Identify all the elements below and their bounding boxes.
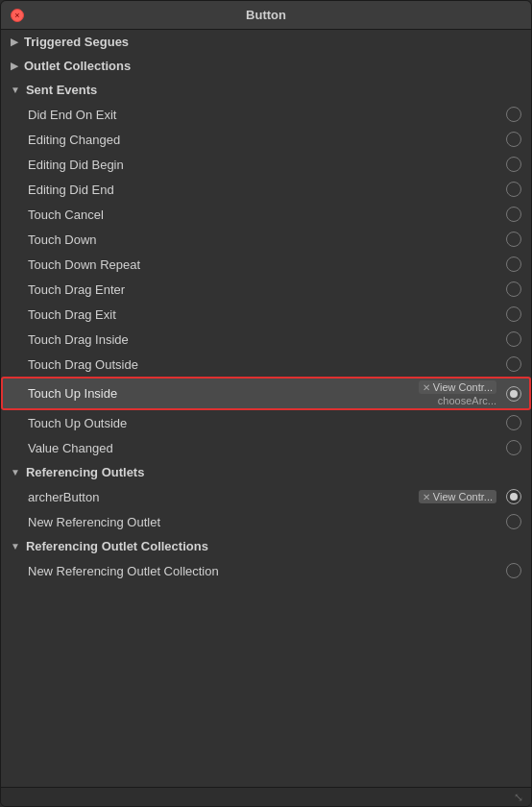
- resize-icon: ⤡: [514, 791, 523, 804]
- radio-new-referencing-outlet-collection[interactable]: [506, 563, 521, 578]
- radio-touch-cancel[interactable]: [506, 207, 521, 222]
- outlet-row-new-referencing-outlet[interactable]: New Referencing Outlet: [1, 509, 531, 534]
- section-header-referencing-outlets[interactable]: Referencing Outlets: [1, 460, 531, 484]
- section-header-triggered-segues[interactable]: Triggered Segues: [1, 30, 531, 54]
- disconnect-icon[interactable]: ✕: [423, 382, 430, 393]
- event-row-touch-drag-inside[interactable]: Touch Drag Inside: [1, 327, 531, 352]
- event-label-touch-cancel: Touch Cancel: [28, 208, 502, 222]
- title-bar: × Button: [1, 1, 531, 30]
- event-row-touch-drag-exit[interactable]: Touch Drag Exit: [1, 302, 531, 327]
- section-label-sent-events: Sent Events: [26, 83, 97, 97]
- radio-touch-drag-exit[interactable]: [506, 306, 521, 322]
- event-row-touch-drag-enter[interactable]: Touch Drag Enter: [1, 277, 531, 302]
- event-row-touch-down[interactable]: Touch Down: [1, 227, 531, 252]
- event-row-touch-up-inside[interactable]: Touch Up Inside ✕ View Contr... chooseAr…: [1, 377, 531, 410]
- event-label-did-end-on-exit: Did End On Exit: [28, 108, 502, 122]
- arrow-referencing-outlets: [11, 467, 20, 477]
- event-row-did-end-on-exit[interactable]: Did End On Exit: [1, 102, 531, 127]
- event-label-touch-drag-enter: Touch Drag Enter: [28, 282, 502, 297]
- radio-touch-up-inside[interactable]: [506, 386, 521, 402]
- event-row-touch-up-outside[interactable]: Touch Up Outside: [1, 410, 531, 435]
- connection-badge-touch-up-inside: ✕ View Contr...: [419, 380, 496, 394]
- outlet-row-new-referencing-outlet-collection[interactable]: New Referencing Outlet Collection: [1, 558, 531, 583]
- window-title: Button: [246, 8, 286, 22]
- event-label-editing-changed: Editing Changed: [28, 133, 502, 147]
- event-label-editing-did-end: Editing Did End: [28, 183, 502, 197]
- outlet-label-new-referencing-outlet-collection: New Referencing Outlet Collection: [28, 564, 502, 578]
- section-label-referencing-outlets: Referencing Outlets: [26, 465, 145, 479]
- connection-touch-up-inside: ✕ View Contr... chooseArc...: [419, 380, 496, 406]
- inspector-content: Triggered Segues Outlet Collections Sent…: [1, 30, 531, 787]
- section-header-referencing-outlet-collections[interactable]: Referencing Outlet Collections: [1, 534, 531, 558]
- outlet-label-new-referencing-outlet: New Referencing Outlet: [28, 515, 502, 529]
- radio-touch-drag-enter[interactable]: [506, 281, 521, 297]
- radio-touch-down-repeat[interactable]: [506, 257, 521, 272]
- inspector-window: × Button Triggered Segues Outlet Collect…: [0, 0, 532, 807]
- close-button[interactable]: ×: [11, 9, 24, 22]
- radio-archer-button[interactable]: [506, 489, 521, 504]
- arrow-sent-events: [11, 85, 20, 95]
- arrow-referencing-outlet-collections: [11, 541, 20, 551]
- connection-badge-archer-button: ✕ View Contr...: [419, 490, 496, 503]
- radio-editing-did-begin[interactable]: [506, 157, 521, 172]
- outlet-label-archer-button: archerButton: [28, 490, 419, 504]
- event-row-editing-changed[interactable]: Editing Changed: [1, 127, 531, 152]
- arrow-triggered-segues: [11, 37, 18, 47]
- section-label-referencing-outlet-collections: Referencing Outlet Collections: [26, 539, 208, 553]
- connection-label-archer-button: View Contr...: [433, 491, 493, 502]
- event-label-touch-up-inside: Touch Up Inside: [28, 386, 419, 401]
- radio-touch-up-outside[interactable]: [506, 415, 521, 430]
- disconnect-archer-icon[interactable]: ✕: [423, 492, 430, 502]
- event-row-editing-did-begin[interactable]: Editing Did Begin: [1, 152, 531, 177]
- outlet-row-archer-button[interactable]: archerButton ✕ View Contr...: [1, 484, 531, 509]
- event-label-editing-did-begin: Editing Did Begin: [28, 158, 502, 172]
- connection-sub-touch-up-inside: chooseArc...: [438, 395, 496, 406]
- bottom-bar: ⤡: [1, 787, 531, 806]
- connection-label-touch-up-inside: View Contr...: [433, 381, 493, 393]
- section-label-outlet-collections: Outlet Collections: [24, 59, 131, 73]
- event-row-touch-drag-outside[interactable]: Touch Drag Outside: [1, 352, 531, 377]
- radio-touch-drag-inside[interactable]: [506, 331, 521, 347]
- event-label-touch-drag-outside: Touch Drag Outside: [28, 357, 502, 372]
- event-label-touch-drag-exit: Touch Drag Exit: [28, 307, 502, 322]
- section-header-sent-events[interactable]: Sent Events: [1, 78, 531, 102]
- radio-did-end-on-exit[interactable]: [506, 107, 521, 122]
- event-label-touch-drag-inside: Touch Drag Inside: [28, 332, 502, 347]
- section-label-triggered-segues: Triggered Segues: [24, 35, 129, 49]
- section-header-outlet-collections[interactable]: Outlet Collections: [1, 54, 531, 78]
- event-row-touch-cancel[interactable]: Touch Cancel: [1, 202, 531, 227]
- event-label-touch-down: Touch Down: [28, 232, 502, 247]
- event-row-editing-did-end[interactable]: Editing Did End: [1, 177, 531, 202]
- radio-value-changed[interactable]: [506, 440, 521, 455]
- event-row-touch-down-repeat[interactable]: Touch Down Repeat: [1, 252, 531, 277]
- radio-editing-did-end[interactable]: [506, 182, 521, 197]
- event-label-touch-up-outside: Touch Up Outside: [28, 416, 502, 430]
- radio-editing-changed[interactable]: [506, 132, 521, 147]
- radio-touch-down[interactable]: [506, 232, 521, 247]
- radio-new-referencing-outlet[interactable]: [506, 514, 521, 529]
- event-label-touch-down-repeat: Touch Down Repeat: [28, 257, 502, 272]
- radio-touch-drag-outside[interactable]: [506, 356, 521, 372]
- event-row-value-changed[interactable]: Value Changed: [1, 435, 531, 460]
- arrow-outlet-collections: [11, 61, 18, 71]
- event-label-value-changed: Value Changed: [28, 441, 502, 455]
